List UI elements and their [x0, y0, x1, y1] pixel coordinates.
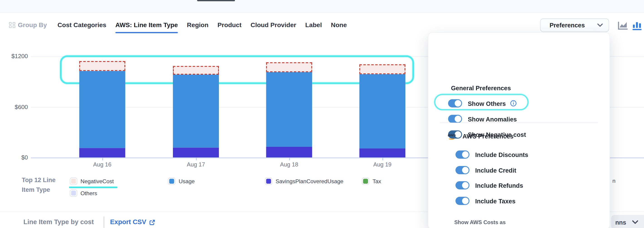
toggle-knob [454, 115, 461, 122]
legend-item-negativecost[interactable]: NegativeCost [70, 178, 114, 185]
bar-chart-icon [632, 21, 642, 30]
bar-segment-negativecost[interactable] [173, 66, 219, 75]
x-axis-tick-label: Aug 18 [273, 161, 306, 168]
x-axis-tick [289, 157, 290, 160]
columns-button-label: nns [615, 219, 626, 226]
x-axis-tick [196, 157, 197, 160]
columns-dropdown-button[interactable]: nns [611, 215, 644, 228]
legend-item-savingsplancoveredusage[interactable]: SavingsPlanCoveredUsage [265, 178, 343, 185]
group-by-label: Group By [18, 21, 47, 29]
y-axis-tick-label: $0 [6, 154, 28, 161]
aws-preferences-title: AWS Preferences [462, 132, 514, 139]
group-by-label-group: Group By [9, 21, 47, 29]
toggle-row-show-others: Show Others [448, 99, 516, 108]
export-csv-link[interactable]: Export CSV [110, 219, 155, 226]
toggle-label: Include Discounts [475, 151, 528, 158]
include-credit-toggle[interactable] [456, 166, 470, 174]
show-aws-costs-as-label: Show AWS Costs as [454, 220, 506, 226]
toggle-label: Include Credit [475, 167, 516, 174]
include-refunds-toggle[interactable] [456, 181, 470, 189]
toggle-row-include-discounts: Include Discounts [456, 150, 528, 159]
negativecost-swatch [70, 178, 77, 185]
bar-segment-negativecost[interactable] [360, 64, 406, 74]
include-discounts-toggle[interactable] [456, 150, 470, 159]
toggle-row-include-credit: Include Credit [456, 166, 516, 174]
bar-segment-savingsplancoveredusage[interactable] [79, 148, 125, 157]
preferences-panel: General Preferences Show OthersShow Anom… [428, 32, 610, 228]
legend-item-label: NegativeCost [80, 178, 114, 184]
legend-cutoff-label: n [612, 178, 616, 184]
tab-region[interactable]: Region [187, 21, 208, 29]
legend-item-label: SavingsPlanCoveredUsage [276, 178, 343, 184]
tab-none[interactable]: None [331, 21, 347, 29]
x-axis-tick [102, 157, 103, 160]
panel-divider [440, 122, 598, 123]
export-csv-label: Export CSV [110, 219, 146, 226]
show-others-toggle[interactable] [448, 99, 462, 108]
legend-item-label: Others [80, 190, 97, 196]
chevron-down-icon [597, 23, 603, 27]
toggle-label: Show Anomalies [468, 115, 517, 122]
external-link-icon [149, 219, 155, 225]
toggle-row-show-anomalies: Show Anomalies [448, 115, 517, 123]
toggle-label: Include Refunds [475, 182, 523, 189]
x-axis-tick-label: Aug 17 [180, 161, 212, 168]
toggle-row-include-refunds: Include Refunds [456, 181, 523, 189]
area-chart-icon [618, 21, 628, 30]
aws-logo-icon: aws [448, 133, 457, 139]
group-by-tabs: Cost CategoriesAWS: Line Item TypeRegion… [58, 21, 347, 29]
bar-segment-usage[interactable] [173, 75, 219, 148]
bar-segment-savingsplancoveredusage[interactable] [173, 148, 219, 157]
legend-item-usage[interactable]: Usage [168, 178, 195, 185]
legend-item-tax[interactable]: Tax [362, 178, 381, 185]
bar-segment-usage[interactable] [79, 71, 125, 148]
toggle-row-include-taxes: Include Taxes [456, 197, 516, 205]
include-taxes-toggle[interactable] [456, 197, 470, 205]
savingsplancoveredusage-swatch [265, 178, 272, 185]
cost-dashboard: Group By Cost CategoriesAWS: Line Item T… [0, 0, 644, 228]
show-anomalies-toggle[interactable] [448, 115, 462, 123]
toggle-knob [454, 100, 461, 107]
tab-label[interactable]: Label [305, 21, 322, 29]
page-top-strip [0, 0, 644, 13]
tab-cost-categories[interactable]: Cost Categories [58, 21, 106, 29]
bar-segment-negativecost[interactable] [79, 61, 125, 71]
aws-preferences-header: aws AWS Preferences [448, 132, 514, 139]
legend-item-label: Usage [178, 178, 195, 184]
preferences-button-label: Preferences [550, 22, 585, 29]
table-section-title: Line Item Type by cost [23, 219, 94, 226]
y-axis-tick-label: $600 [6, 104, 28, 110]
tab-product[interactable]: Product [218, 21, 242, 29]
group-by-grid-icon [9, 22, 15, 28]
bar-segment-usage[interactable] [266, 72, 312, 147]
x-axis-tick-label: Aug 16 [86, 161, 119, 168]
bar-segment-savingsplancoveredusage[interactable] [266, 147, 312, 157]
bar-segment-savingsplancoveredusage[interactable] [360, 148, 406, 157]
preferences-dropdown-button[interactable]: Preferences [540, 18, 609, 32]
tab-aws-line-item-type[interactable]: AWS: Line Item Type [115, 21, 178, 29]
area-chart-view-button[interactable] [618, 21, 628, 30]
x-axis-tick [382, 157, 383, 160]
legend-negativecost-underline [69, 187, 118, 188]
x-axis-tick-label: Aug 19 [366, 161, 399, 168]
tab-cloud-provider[interactable]: Cloud Provider [250, 21, 296, 29]
usage-swatch [168, 178, 176, 185]
legend-title: Top 12 Line Item Type [22, 175, 63, 195]
tax-swatch [362, 178, 369, 185]
top-edge-artifact [197, 0, 235, 1]
toggle-knob [462, 182, 468, 189]
y-axis-tick-label: $1200 [6, 53, 28, 59]
general-preferences-title: General Preferences [451, 84, 511, 91]
toggle-label: Include Taxes [475, 198, 516, 205]
bar-segment-negativecost[interactable] [266, 62, 312, 72]
footer-vertical-divider [104, 217, 104, 228]
info-icon[interactable] [510, 100, 516, 107]
bar-segment-usage[interactable] [360, 74, 406, 149]
bar-chart-view-button[interactable] [632, 21, 642, 30]
toggle-knob [462, 167, 468, 173]
legend-item-others[interactable]: Others [70, 189, 97, 197]
toggle-knob [462, 151, 468, 158]
toggle-label: Show Others [468, 100, 506, 107]
toggle-knob [462, 198, 468, 204]
legend-item-label: Tax [372, 178, 381, 184]
